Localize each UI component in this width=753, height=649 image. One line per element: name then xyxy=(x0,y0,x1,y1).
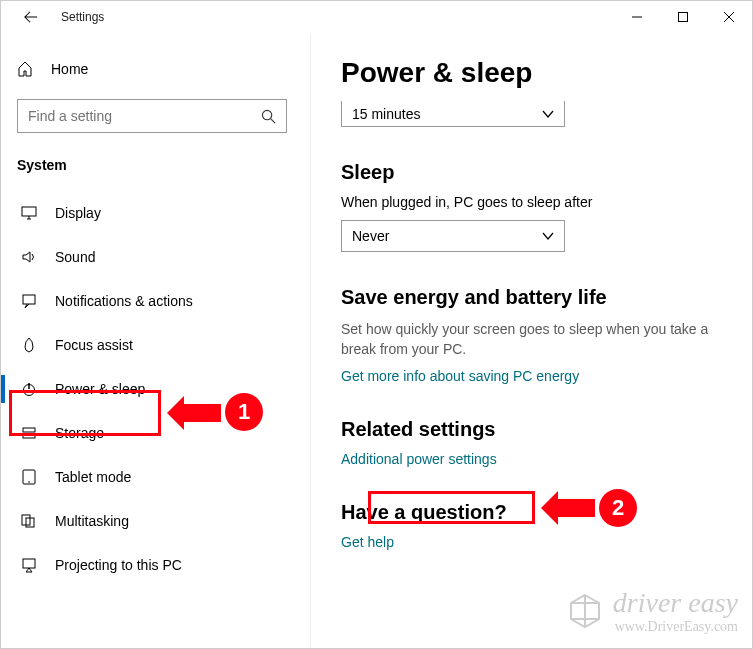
sidebar-item-notifications[interactable]: Notifications & actions xyxy=(11,279,310,323)
svg-rect-2 xyxy=(22,207,36,216)
chevron-down-icon xyxy=(542,230,554,242)
home-icon xyxy=(17,61,33,77)
maximize-icon xyxy=(678,12,688,22)
svg-point-8 xyxy=(28,481,30,483)
energy-description: Set how quickly your screen goes to slee… xyxy=(341,319,732,360)
additional-power-settings-link[interactable]: Additional power settings xyxy=(341,451,732,467)
sidebar-item-label: Multitasking xyxy=(55,513,129,529)
sleep-timeout-dropdown[interactable]: Never xyxy=(341,220,565,252)
search-box[interactable] xyxy=(17,99,287,133)
svg-rect-3 xyxy=(23,295,35,304)
sound-icon xyxy=(21,249,37,265)
close-icon xyxy=(724,12,734,22)
sidebar-section-label: System xyxy=(17,157,310,173)
minimize-button[interactable] xyxy=(614,1,660,33)
home-item[interactable]: Home xyxy=(17,51,310,87)
window-controls xyxy=(614,1,752,33)
main-content: Power & sleep 15 minutes Sleep When plug… xyxy=(311,33,752,648)
sidebar-item-label: Projecting to this PC xyxy=(55,557,182,573)
question-heading: Have a question? xyxy=(341,501,732,524)
get-help-link[interactable]: Get help xyxy=(341,534,732,550)
dropdown-value: Never xyxy=(352,228,389,244)
sidebar-item-label: Tablet mode xyxy=(55,469,131,485)
sidebar-item-label: Display xyxy=(55,205,101,221)
display-icon xyxy=(21,205,37,221)
focus-icon xyxy=(21,337,37,353)
search-icon xyxy=(261,109,276,124)
sidebar-item-display[interactable]: Display xyxy=(11,191,310,235)
sidebar-item-tablet-mode[interactable]: Tablet mode xyxy=(11,455,310,499)
storage-icon xyxy=(21,425,37,441)
sidebar-item-focus-assist[interactable]: Focus assist xyxy=(11,323,310,367)
sidebar-item-label: Power & sleep xyxy=(55,381,145,397)
sidebar-item-label: Focus assist xyxy=(55,337,133,353)
dropdown-value: 15 minutes xyxy=(352,106,420,122)
home-label: Home xyxy=(51,61,88,77)
sidebar-item-power-sleep[interactable]: Power & sleep xyxy=(11,367,310,411)
sleep-heading: Sleep xyxy=(341,161,732,184)
projecting-icon xyxy=(21,557,37,573)
sleep-label: When plugged in, PC goes to sleep after xyxy=(341,194,732,210)
sidebar-item-multitasking[interactable]: Multitasking xyxy=(11,499,310,543)
energy-info-link[interactable]: Get more info about saving PC energy xyxy=(341,368,732,384)
svg-rect-0 xyxy=(679,13,688,22)
energy-heading: Save energy and battery life xyxy=(341,286,732,309)
sidebar-item-storage[interactable]: Storage xyxy=(11,411,310,455)
page-title: Power & sleep xyxy=(341,57,732,89)
sidebar-item-projecting[interactable]: Projecting to this PC xyxy=(11,543,310,587)
multitasking-icon xyxy=(21,513,37,529)
chevron-down-icon xyxy=(542,108,554,120)
sidebar: Home System Display Sound Notifications … xyxy=(1,33,311,648)
tablet-icon xyxy=(21,469,37,485)
related-heading: Related settings xyxy=(341,418,732,441)
svg-rect-5 xyxy=(23,428,35,432)
power-icon xyxy=(21,381,37,397)
back-arrow-icon xyxy=(24,10,38,24)
window-title: Settings xyxy=(61,10,104,24)
sidebar-item-label: Storage xyxy=(55,425,104,441)
minimize-icon xyxy=(632,12,642,22)
screen-timeout-dropdown[interactable]: 15 minutes xyxy=(341,101,565,127)
notifications-icon xyxy=(21,293,37,309)
svg-rect-6 xyxy=(23,434,35,438)
close-button[interactable] xyxy=(706,1,752,33)
svg-point-1 xyxy=(262,110,271,119)
sidebar-item-label: Notifications & actions xyxy=(55,293,193,309)
search-input[interactable] xyxy=(28,108,261,124)
maximize-button[interactable] xyxy=(660,1,706,33)
back-button[interactable] xyxy=(19,10,43,24)
svg-rect-11 xyxy=(23,559,35,568)
title-bar: Settings xyxy=(1,1,752,33)
sidebar-item-sound[interactable]: Sound xyxy=(11,235,310,279)
sidebar-item-label: Sound xyxy=(55,249,95,265)
